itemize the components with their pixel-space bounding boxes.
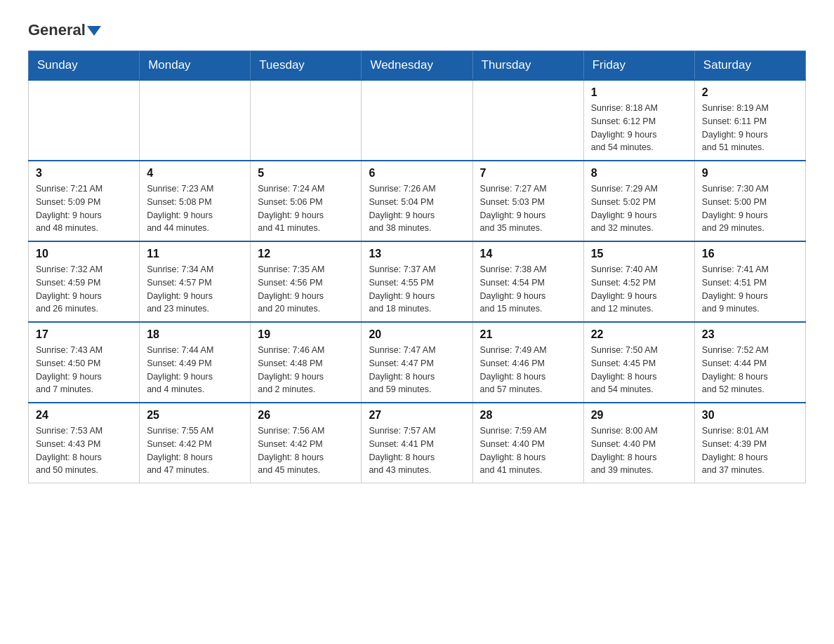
- weekday-header-tuesday: Tuesday: [251, 51, 362, 81]
- calendar-cell: 11Sunrise: 7:34 AM Sunset: 4:57 PM Dayli…: [140, 241, 251, 322]
- day-info: Sunrise: 7:55 AM Sunset: 4:42 PM Dayligh…: [147, 424, 243, 477]
- calendar-cell: 30Sunrise: 8:01 AM Sunset: 4:39 PM Dayli…: [694, 403, 805, 483]
- day-number: 11: [147, 248, 243, 260]
- calendar-cell: 9Sunrise: 7:30 AM Sunset: 5:00 PM Daylig…: [694, 161, 805, 241]
- day-info: Sunrise: 7:26 AM Sunset: 5:04 PM Dayligh…: [369, 182, 465, 235]
- weekday-header-monday: Monday: [140, 51, 251, 81]
- calendar-cell: 22Sunrise: 7:50 AM Sunset: 4:45 PM Dayli…: [583, 322, 694, 403]
- calendar-cell: 8Sunrise: 7:29 AM Sunset: 5:02 PM Daylig…: [583, 161, 694, 241]
- calendar-week-2: 3Sunrise: 7:21 AM Sunset: 5:09 PM Daylig…: [29, 161, 806, 241]
- header: General: [28, 21, 806, 36]
- day-number: 27: [369, 409, 465, 422]
- day-number: 8: [591, 167, 687, 180]
- logo-part1: General: [28, 21, 101, 39]
- calendar-week-4: 17Sunrise: 7:43 AM Sunset: 4:50 PM Dayli…: [29, 322, 806, 403]
- day-info: Sunrise: 7:21 AM Sunset: 5:09 PM Dayligh…: [36, 182, 132, 235]
- day-info: Sunrise: 7:44 AM Sunset: 4:49 PM Dayligh…: [147, 344, 243, 396]
- day-number: 29: [591, 409, 687, 422]
- calendar-cell: 20Sunrise: 7:47 AM Sunset: 4:47 PM Dayli…: [362, 322, 472, 403]
- day-number: 23: [702, 328, 798, 341]
- day-info: Sunrise: 7:27 AM Sunset: 5:03 PM Dayligh…: [480, 182, 576, 235]
- calendar-cell: 25Sunrise: 7:55 AM Sunset: 4:42 PM Dayli…: [140, 403, 251, 483]
- calendar-cell: 13Sunrise: 7:37 AM Sunset: 4:55 PM Dayli…: [362, 241, 472, 322]
- day-number: 9: [702, 167, 798, 180]
- calendar-cell: 18Sunrise: 7:44 AM Sunset: 4:49 PM Dayli…: [140, 322, 251, 403]
- day-number: 3: [36, 167, 132, 180]
- day-number: 16: [702, 248, 798, 260]
- calendar-cell: 24Sunrise: 7:53 AM Sunset: 4:43 PM Dayli…: [29, 403, 140, 483]
- calendar-cell: [251, 80, 362, 161]
- calendar-cell: 7Sunrise: 7:27 AM Sunset: 5:03 PM Daylig…: [472, 161, 583, 241]
- weekday-header-friday: Friday: [583, 51, 694, 81]
- day-info: Sunrise: 7:43 AM Sunset: 4:50 PM Dayligh…: [36, 344, 132, 396]
- weekday-header-sunday: Sunday: [29, 51, 140, 81]
- day-number: 14: [480, 248, 576, 260]
- day-info: Sunrise: 7:37 AM Sunset: 4:55 PM Dayligh…: [369, 263, 465, 316]
- day-info: Sunrise: 7:47 AM Sunset: 4:47 PM Dayligh…: [369, 344, 465, 396]
- calendar-cell: 29Sunrise: 8:00 AM Sunset: 4:40 PM Dayli…: [583, 403, 694, 483]
- day-number: 1: [591, 86, 687, 99]
- day-info: Sunrise: 7:40 AM Sunset: 4:52 PM Dayligh…: [591, 263, 687, 316]
- calendar-cell: [362, 80, 472, 161]
- calendar-cell: 3Sunrise: 7:21 AM Sunset: 5:09 PM Daylig…: [29, 161, 140, 241]
- day-info: Sunrise: 7:49 AM Sunset: 4:46 PM Dayligh…: [480, 344, 576, 396]
- day-number: 2: [702, 86, 798, 99]
- day-info: Sunrise: 8:19 AM Sunset: 6:11 PM Dayligh…: [702, 102, 798, 154]
- day-number: 25: [147, 409, 243, 422]
- day-info: Sunrise: 8:01 AM Sunset: 4:39 PM Dayligh…: [702, 424, 798, 477]
- day-number: 10: [36, 248, 132, 260]
- day-number: 28: [480, 409, 576, 422]
- day-info: Sunrise: 7:29 AM Sunset: 5:02 PM Dayligh…: [591, 182, 687, 235]
- calendar-cell: [472, 80, 583, 161]
- calendar-cell: 12Sunrise: 7:35 AM Sunset: 4:56 PM Dayli…: [251, 241, 362, 322]
- calendar-cell: 6Sunrise: 7:26 AM Sunset: 5:04 PM Daylig…: [362, 161, 472, 241]
- day-info: Sunrise: 7:30 AM Sunset: 5:00 PM Dayligh…: [702, 182, 798, 235]
- calendar-cell: 21Sunrise: 7:49 AM Sunset: 4:46 PM Dayli…: [472, 322, 583, 403]
- day-info: Sunrise: 8:00 AM Sunset: 4:40 PM Dayligh…: [591, 424, 687, 477]
- day-info: Sunrise: 7:35 AM Sunset: 4:56 PM Dayligh…: [258, 263, 354, 316]
- day-info: Sunrise: 7:52 AM Sunset: 4:44 PM Dayligh…: [702, 344, 798, 396]
- calendar-cell: 16Sunrise: 7:41 AM Sunset: 4:51 PM Dayli…: [694, 241, 805, 322]
- calendar-cell: 26Sunrise: 7:56 AM Sunset: 4:42 PM Dayli…: [251, 403, 362, 483]
- calendar-cell: 28Sunrise: 7:59 AM Sunset: 4:40 PM Dayli…: [472, 403, 583, 483]
- day-info: Sunrise: 7:38 AM Sunset: 4:54 PM Dayligh…: [480, 263, 576, 316]
- weekday-header-row: SundayMondayTuesdayWednesdayThursdayFrid…: [29, 51, 806, 81]
- calendar-cell: [29, 80, 140, 161]
- weekday-header-saturday: Saturday: [694, 51, 805, 81]
- calendar-cell: 27Sunrise: 7:57 AM Sunset: 4:41 PM Dayli…: [362, 403, 472, 483]
- calendar-cell: 1Sunrise: 8:18 AM Sunset: 6:12 PM Daylig…: [583, 80, 694, 161]
- day-number: 21: [480, 328, 576, 341]
- day-number: 7: [480, 167, 576, 180]
- calendar-cell: 23Sunrise: 7:52 AM Sunset: 4:44 PM Dayli…: [694, 322, 805, 403]
- day-number: 13: [369, 248, 465, 260]
- calendar-week-3: 10Sunrise: 7:32 AM Sunset: 4:59 PM Dayli…: [29, 241, 806, 322]
- calendar-cell: 15Sunrise: 7:40 AM Sunset: 4:52 PM Dayli…: [583, 241, 694, 322]
- day-number: 15: [591, 248, 687, 260]
- day-info: Sunrise: 7:53 AM Sunset: 4:43 PM Dayligh…: [36, 424, 132, 477]
- calendar-cell: 19Sunrise: 7:46 AM Sunset: 4:48 PM Dayli…: [251, 322, 362, 403]
- logo-triangle-icon: [87, 26, 101, 36]
- day-number: 4: [147, 167, 243, 180]
- day-number: 5: [258, 167, 354, 180]
- day-info: Sunrise: 7:32 AM Sunset: 4:59 PM Dayligh…: [36, 263, 132, 316]
- calendar-cell: 14Sunrise: 7:38 AM Sunset: 4:54 PM Dayli…: [472, 241, 583, 322]
- day-info: Sunrise: 7:59 AM Sunset: 4:40 PM Dayligh…: [480, 424, 576, 477]
- day-info: Sunrise: 7:50 AM Sunset: 4:45 PM Dayligh…: [591, 344, 687, 396]
- calendar-cell: 10Sunrise: 7:32 AM Sunset: 4:59 PM Dayli…: [29, 241, 140, 322]
- day-number: 12: [258, 248, 354, 260]
- day-info: Sunrise: 8:18 AM Sunset: 6:12 PM Dayligh…: [591, 102, 687, 154]
- calendar-week-1: 1Sunrise: 8:18 AM Sunset: 6:12 PM Daylig…: [29, 80, 806, 161]
- day-info: Sunrise: 7:23 AM Sunset: 5:08 PM Dayligh…: [147, 182, 243, 235]
- day-info: Sunrise: 7:41 AM Sunset: 4:51 PM Dayligh…: [702, 263, 798, 316]
- day-number: 6: [369, 167, 465, 180]
- day-number: 20: [369, 328, 465, 341]
- calendar-cell: 17Sunrise: 7:43 AM Sunset: 4:50 PM Dayli…: [29, 322, 140, 403]
- day-info: Sunrise: 7:24 AM Sunset: 5:06 PM Dayligh…: [258, 182, 354, 235]
- day-number: 22: [591, 328, 687, 341]
- weekday-header-wednesday: Wednesday: [362, 51, 472, 81]
- day-info: Sunrise: 7:57 AM Sunset: 4:41 PM Dayligh…: [369, 424, 465, 477]
- day-info: Sunrise: 7:34 AM Sunset: 4:57 PM Dayligh…: [147, 263, 243, 316]
- day-number: 24: [36, 409, 132, 422]
- day-number: 26: [258, 409, 354, 422]
- calendar-cell: 5Sunrise: 7:24 AM Sunset: 5:06 PM Daylig…: [251, 161, 362, 241]
